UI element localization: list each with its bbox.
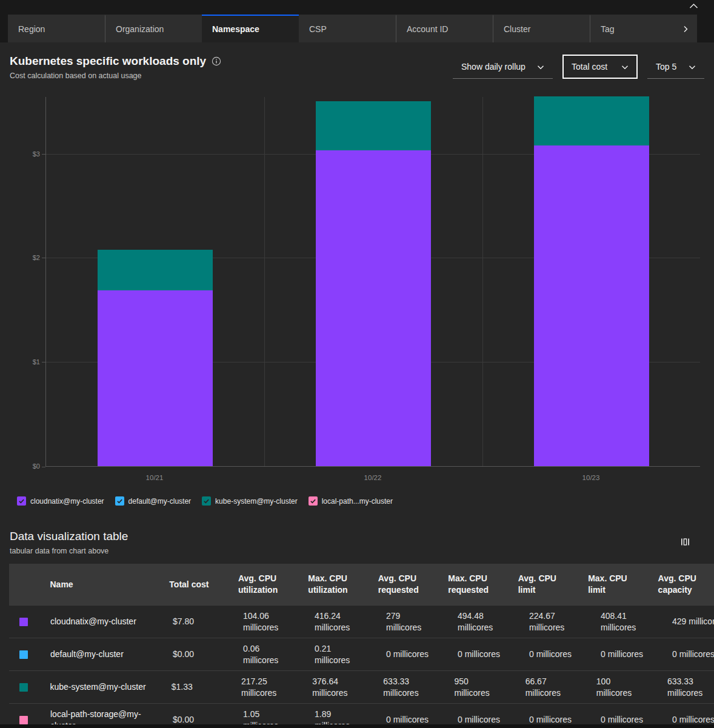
table-header: Data visualization table tabular data fr… [0, 506, 714, 555]
column-header-avg-cpu-limit[interactable]: Avg. CPU limit [509, 564, 578, 605]
bar-segment-kube-system-my-cluster[interactable] [316, 101, 431, 150]
chart-subtitle: Cost calculation based on actual usage [10, 72, 221, 80]
table-row-default-my-cluster[interactable]: default@my-cluster$0.000.06 millicores0.… [9, 638, 714, 670]
dropdown-label: Show daily rollup [461, 62, 525, 72]
tab-label: CSP [309, 24, 327, 34]
legend-label: kube-system@my-cluster [215, 497, 298, 506]
series-color-swatch [19, 683, 28, 692]
tab-label: Region [18, 24, 45, 34]
row-cell: 0 millicores [591, 638, 662, 670]
row-name: cloudnatix@my-cluster [41, 606, 163, 638]
tab-label: Namespace [212, 24, 259, 34]
y-axis-tick [42, 467, 45, 467]
y-axis-tick [42, 258, 45, 258]
bar-segment-cloudnatix-my-cluster[interactable] [98, 290, 213, 466]
column-header-total-cost[interactable]: Total cost [159, 564, 229, 605]
column-settings-icon[interactable] [681, 537, 690, 547]
column-header-avg-cpu-requested[interactable]: Avg. CPU requested [369, 564, 438, 605]
legend-item-default-my-cluster[interactable]: default@my-cluster [115, 496, 192, 506]
table-row-kube-system-my-cluster[interactable]: kube-system@my-cluster$1.33217.25 millic… [9, 670, 714, 703]
column-header-max-cpu-utilization[interactable]: Max. CPU utilization [298, 564, 368, 605]
legend-label: cloudnatix@my-cluster [30, 497, 104, 506]
tab-cluster[interactable]: Cluster [493, 15, 590, 42]
row-cell: 0 millicores [662, 638, 714, 670]
row-cell: 0 millicores [519, 638, 591, 670]
chevron-down-icon [537, 62, 544, 72]
row-cell: 633.33 millicores [373, 671, 444, 703]
dropdown-total-cost[interactable]: Total cost [562, 55, 638, 79]
chevron-down-icon [689, 62, 696, 72]
series-color-swatch [19, 716, 28, 724]
info-icon[interactable] [212, 56, 221, 66]
top-strip [0, 0, 714, 15]
column-header-avg-cpu-utilization[interactable]: Avg. CPU utilization [229, 564, 298, 605]
bar-segment-kube-system-my-cluster[interactable] [98, 250, 213, 290]
chart-legend: cloudnatix@my-clusterdefault@my-clusterk… [0, 488, 714, 506]
bar-segment-cloudnatix-my-cluster[interactable] [534, 145, 649, 466]
chart-plot-area [45, 97, 700, 467]
row-cell: $7.80 [163, 606, 233, 638]
chart-title-row: Kubernetes specific workloads only [10, 55, 221, 68]
tab-label: Tag [601, 24, 615, 34]
row-cell: 633.33 millicores [658, 671, 714, 703]
row-cell: 0 millicores [376, 638, 448, 670]
x-axis-label: 10/21 [130, 474, 179, 481]
y-axis-tick [42, 154, 45, 155]
tab-label: Organization [116, 24, 164, 34]
column-header-max-cpu-limit[interactable]: Max. CPU limit [578, 564, 648, 605]
x-axis-label: 10/23 [567, 474, 615, 481]
row-cell: $1.33 [162, 671, 232, 703]
legend-checkbox-icon[interactable] [115, 496, 124, 506]
chevron-up-icon[interactable] [689, 3, 698, 9]
x-axis-label: 10/22 [349, 474, 397, 481]
gridline-vertical [482, 97, 483, 466]
bottom-edge [0, 724, 714, 728]
tab-organization[interactable]: Organization [105, 15, 202, 42]
series-color-swatch [19, 618, 28, 626]
dropdown-show-daily-rollup[interactable]: Show daily rollup [453, 55, 553, 79]
tab-namespace[interactable]: Namespace [202, 15, 299, 42]
tab-account-id[interactable]: Account ID [396, 15, 493, 42]
row-cell: 408.41 millicores [591, 606, 662, 638]
legend-checkbox-icon[interactable] [309, 496, 318, 506]
table-row-cloudnatix-my-cluster[interactable]: cloudnatix@my-cluster$7.80104.06 millico… [9, 605, 714, 638]
row-swatch-cell [9, 606, 41, 638]
row-cell: 0.21 millicores [305, 638, 376, 670]
data-table: NameTotal costAvg. CPU utilizationMax. C… [9, 564, 714, 728]
row-cell: 104.06 millicores [233, 606, 305, 638]
tab-csp[interactable]: CSP [299, 15, 396, 42]
row-cell: 0.06 millicores [233, 638, 305, 670]
row-cell: 66.67 millicores [516, 671, 587, 703]
row-cell: 100 millicores [587, 671, 658, 703]
row-cell: 416.24 millicores [305, 606, 376, 638]
legend-item-kube-system-my-cluster[interactable]: kube-system@my-cluster [202, 496, 298, 506]
row-name: kube-system@my-cluster [40, 671, 161, 703]
column-header-max-cpu-requested[interactable]: Max. CPU requested [438, 564, 508, 605]
y-axis-tick-label: $3 [21, 150, 40, 158]
dimension-tabs: RegionOrganizationNamespaceCSPAccount ID… [0, 15, 714, 42]
row-cell: 217.25 millicores [232, 671, 302, 703]
column-header-name[interactable]: Name [41, 564, 160, 605]
row-cell: 429 millicores [662, 606, 714, 638]
column-header-avg-cpu-capacity[interactable]: Avg. CPU capacity [649, 564, 714, 605]
tab-tag[interactable]: Tag [590, 15, 697, 42]
row-cell: $0.00 [163, 638, 233, 670]
legend-label: local-path...my-cluster [322, 497, 393, 506]
legend-item-cloudnatix-my-cluster[interactable]: cloudnatix@my-cluster [17, 496, 104, 506]
tab-region[interactable]: Region [8, 15, 105, 42]
chevron-right-icon[interactable] [681, 25, 690, 33]
table-title: Data visualization table [10, 530, 128, 543]
table-header-row: NameTotal costAvg. CPU utilizationMax. C… [9, 564, 714, 605]
row-cell: 279 millicores [376, 606, 448, 638]
legend-checkbox-icon[interactable] [17, 496, 26, 506]
bar-segment-kube-system-my-cluster[interactable] [534, 96, 649, 145]
row-name: default@my-cluster [41, 638, 163, 670]
dropdown-label: Total cost [572, 62, 607, 72]
row-swatch-cell [9, 671, 40, 703]
series-color-swatch [19, 650, 28, 659]
row-cell: 224.67 millicores [519, 606, 591, 638]
legend-item-local-path-storage-my-cluster[interactable]: local-path...my-cluster [309, 496, 393, 506]
legend-checkbox-icon[interactable] [202, 496, 211, 506]
dropdown-top-5[interactable]: Top 5 [647, 55, 704, 79]
bar-segment-cloudnatix-my-cluster[interactable] [316, 150, 431, 466]
